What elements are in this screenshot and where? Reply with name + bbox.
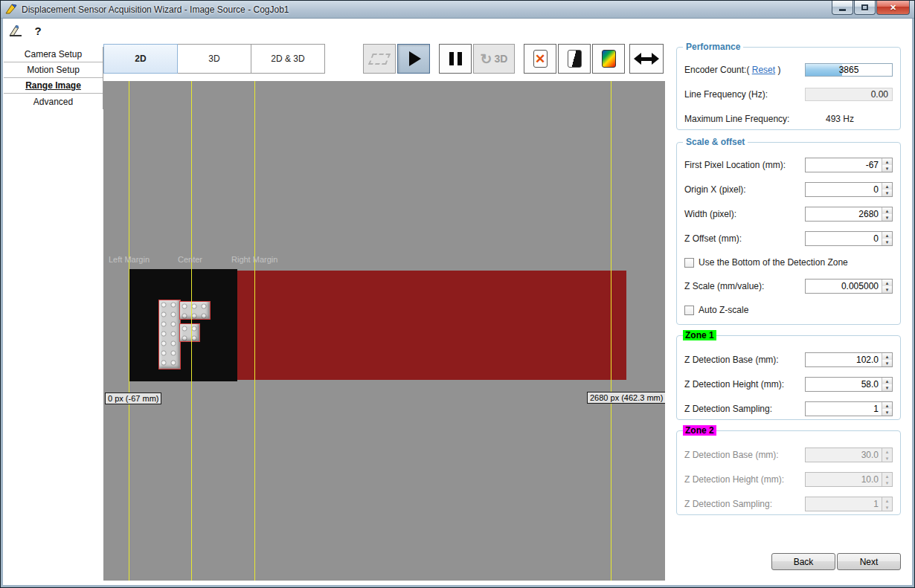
part-brick (179, 301, 211, 320)
close-button[interactable] (876, 1, 910, 15)
zone2-height-row: Z Detection Height (mm): (684, 472, 893, 487)
line-frequency-label: Line Frequency (Hz): (684, 89, 768, 100)
back-button[interactable]: Back (771, 553, 835, 570)
zone2-height-field (805, 472, 893, 487)
remove-overlay-icon (533, 50, 548, 68)
width-pixel-field[interactable] (805, 207, 893, 222)
help-icon[interactable] (30, 24, 45, 37)
zone1-base-input[interactable] (806, 353, 882, 366)
tab-2d[interactable]: 2D (103, 44, 178, 74)
run-button[interactable] (397, 44, 430, 74)
use-bottom-detection-zone-row: Use the Bottom of the Detection Zone (684, 256, 893, 269)
spin-up-button[interactable] (882, 402, 892, 409)
performance-group: Performance Encoder Count:( Reset ) 3865… (676, 47, 901, 130)
calibration-tool-icon[interactable] (8, 24, 23, 37)
width-pixel-row: Width (pixel): (684, 207, 893, 222)
grayscale-palette-button[interactable] (558, 44, 591, 74)
remove-overlay-button[interactable] (524, 44, 556, 74)
scale-offset-group: Scale & offset First Pixel Location (mm)… (676, 142, 901, 325)
part-brick (179, 323, 200, 342)
color-palette-button[interactable] (592, 44, 625, 74)
spin-up-button[interactable] (882, 158, 892, 165)
center-line[interactable] (191, 81, 192, 581)
restore-button[interactable] (854, 1, 876, 15)
right-edge-line[interactable] (611, 81, 611, 581)
zone1-sampling-row: Z Detection Sampling: (684, 401, 893, 416)
spin-down-button[interactable] (882, 286, 892, 293)
reset-link[interactable]: Reset (752, 65, 775, 75)
tab-2d-and-3d[interactable]: 2D & 3D (251, 44, 325, 74)
origin-x-field[interactable] (805, 182, 893, 197)
spin-down-button (882, 479, 892, 486)
z-offset-spinner (882, 232, 892, 245)
spin-up-button[interactable] (882, 232, 892, 239)
zone2-sampling-field (805, 497, 893, 511)
zone1-height-field[interactable] (805, 377, 893, 392)
spin-down-button[interactable] (882, 360, 892, 366)
scale-offset-group-title: Scale & offset (683, 137, 748, 147)
zone1-sampling-field[interactable] (805, 401, 893, 416)
width-pixel-input[interactable] (806, 207, 882, 221)
sidebar-item-advanced[interactable]: Advanced (4, 94, 103, 109)
use-bottom-detection-zone-label: Use the Bottom of the Detection Zone (699, 257, 848, 268)
z-offset-field[interactable] (805, 231, 893, 246)
encoder-count-fill (806, 64, 842, 76)
encoder-count-row: Encoder Count:( Reset ) 3865 (684, 62, 893, 77)
first-pixel-location-field[interactable] (805, 158, 893, 172)
minimize-button[interactable] (832, 1, 853, 15)
origin-x-input[interactable] (806, 183, 882, 196)
max-line-frequency-value: 493 Hz (826, 114, 854, 124)
wizard-step-list: Camera Setup Motion Setup Range Image Ad… (4, 47, 103, 109)
spin-up-button (882, 497, 892, 504)
spin-up-button[interactable] (882, 280, 892, 286)
zone2-sampling-row: Z Detection Sampling: (684, 497, 893, 511)
z-offset-label: Z Offset (mm): (684, 233, 742, 244)
zone2-sampling-spinner (882, 497, 892, 511)
fit-width-icon (634, 53, 659, 65)
zone1-sampling-spinner (882, 402, 892, 416)
spin-down-button[interactable] (882, 190, 892, 196)
range-image-canvas[interactable]: Left Margin Center Right Margin 0 px (-6… (103, 81, 665, 581)
zone1-height-input[interactable] (806, 378, 882, 391)
z-scale-label: Z Scale (mm/value): (684, 281, 764, 291)
zone2-sampling-input (806, 497, 882, 511)
sidebar-item-camera-setup[interactable]: Camera Setup (4, 47, 103, 62)
use-bottom-detection-zone-checkbox[interactable] (684, 258, 694, 268)
auto-zscale-checkbox[interactable] (684, 306, 694, 315)
encoder-count-label: Encoder Count:( Reset ) (684, 65, 780, 75)
sidebar-item-motion-setup[interactable]: Motion Setup (4, 62, 103, 78)
spin-down-button[interactable] (882, 384, 892, 391)
zone1-group-title: Zone 1 (683, 330, 716, 340)
spin-up-button[interactable] (882, 353, 892, 360)
z-scale-field[interactable] (805, 279, 893, 294)
restore-icon (861, 4, 868, 10)
zone2-group: Zone 2 Z Detection Base (mm): Z Detectio… (676, 430, 901, 515)
zone1-height-row: Z Detection Height (mm): (684, 377, 893, 392)
pause-button[interactable] (439, 44, 472, 74)
spin-up-button[interactable] (882, 183, 892, 190)
spin-down-button[interactable] (882, 214, 892, 221)
z-offset-input[interactable] (806, 232, 882, 245)
left-margin-line[interactable] (129, 81, 129, 581)
zone1-sampling-input[interactable] (806, 402, 882, 416)
spin-down-button[interactable] (882, 165, 892, 172)
spin-up-button[interactable] (882, 378, 892, 384)
first-pixel-location-spinner (882, 158, 892, 172)
spin-up-button[interactable] (882, 207, 892, 214)
fit-width-button[interactable] (629, 44, 664, 74)
first-pixel-location-input[interactable] (806, 158, 882, 172)
color-palette-icon (602, 50, 616, 68)
spin-down-button[interactable] (882, 409, 892, 416)
title-bar[interactable]: Displacement Sensor Acquisition Wizard -… (1, 1, 914, 19)
zone1-base-row: Z Detection Base (mm): (684, 352, 893, 367)
zone1-base-field[interactable] (805, 352, 893, 367)
right-margin-line[interactable] (254, 81, 255, 581)
z-scale-input[interactable] (806, 280, 882, 293)
tab-3d[interactable]: 3D (177, 44, 251, 74)
encoder-count-value: 3865 (805, 63, 893, 77)
zone1-base-label: Z Detection Base (mm): (684, 355, 779, 365)
zone1-sampling-label: Z Detection Sampling: (684, 404, 772, 414)
next-button[interactable]: Next (837, 553, 901, 570)
spin-down-button[interactable] (882, 239, 892, 245)
sidebar-item-range-image[interactable]: Range Image (4, 78, 103, 94)
